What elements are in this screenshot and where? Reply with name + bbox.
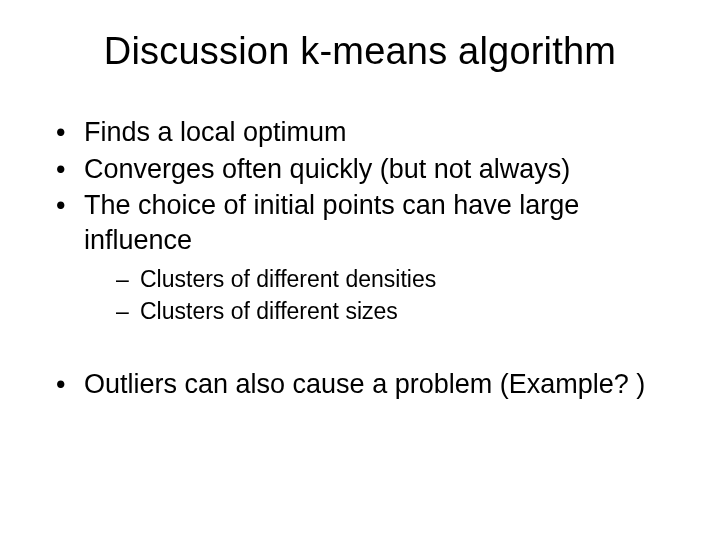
bullet-list: Finds a local optimum Converges often qu…	[56, 115, 672, 327]
sub-bullet-item: Clusters of different densities	[116, 265, 672, 295]
bullet-list: Outliers can also cause a problem (Examp…	[56, 367, 672, 402]
sub-bullet-text: Clusters of different sizes	[140, 298, 398, 324]
slide: Discussion k-means algorithm Finds a loc…	[0, 0, 720, 540]
bullet-item: Finds a local optimum	[56, 115, 672, 150]
bullet-item: Outliers can also cause a problem (Examp…	[56, 367, 672, 402]
bullet-text: Converges often quickly (but not always)	[84, 154, 570, 184]
bullet-item: Converges often quickly (but not always)	[56, 152, 672, 187]
bullet-text: Finds a local optimum	[84, 117, 347, 147]
bullet-text: The choice of initial points can have la…	[84, 190, 579, 255]
spacer	[48, 329, 672, 367]
sub-bullet-list: Clusters of different densities Clusters…	[116, 265, 672, 327]
bullet-text: Outliers can also cause a problem (Examp…	[84, 369, 645, 399]
sub-bullet-text: Clusters of different densities	[140, 266, 436, 292]
sub-bullet-item: Clusters of different sizes	[116, 297, 672, 327]
slide-title: Discussion k-means algorithm	[48, 30, 672, 73]
bullet-item: The choice of initial points can have la…	[56, 188, 672, 327]
